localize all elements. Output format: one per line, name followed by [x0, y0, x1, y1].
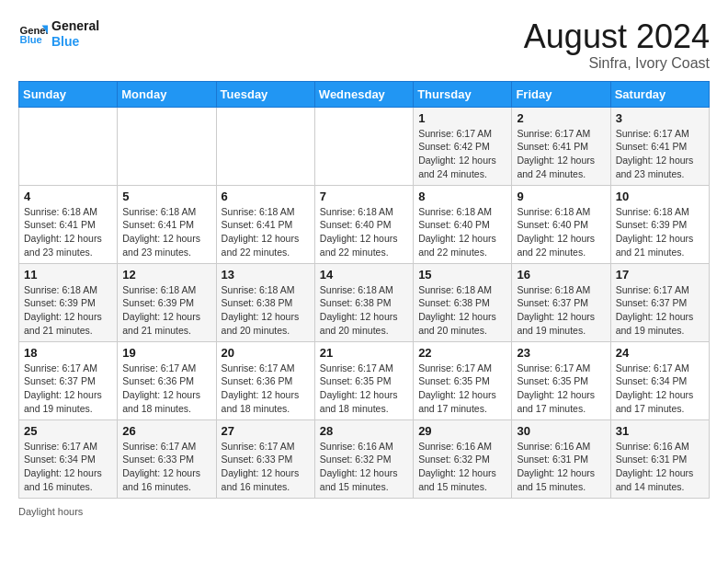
calendar-week-row: 25Sunrise: 6:17 AMSunset: 6:34 PMDayligh… — [19, 419, 710, 498]
day-number: 25 — [24, 424, 112, 438]
day-info: Sunrise: 6:17 AMSunset: 6:34 PMDaylight:… — [616, 362, 704, 416]
calendar-day-cell: 9Sunrise: 6:18 AMSunset: 6:40 PMDaylight… — [512, 185, 610, 263]
day-number: 21 — [320, 346, 408, 360]
day-number: 15 — [418, 268, 506, 282]
day-of-week-header: Saturday — [610, 81, 709, 107]
calendar-week-row: 18Sunrise: 6:17 AMSunset: 6:37 PMDayligh… — [19, 341, 710, 419]
calendar-header-row: SundayMondayTuesdayWednesdayThursdayFrid… — [19, 81, 710, 107]
calendar-day-cell: 26Sunrise: 6:17 AMSunset: 6:33 PMDayligh… — [118, 419, 216, 498]
day-number: 3 — [616, 111, 704, 125]
day-number: 19 — [122, 346, 210, 360]
day-of-week-header: Tuesday — [216, 81, 314, 107]
logo-general: General — [51, 18, 99, 34]
day-number: 31 — [616, 424, 704, 438]
day-info: Sunrise: 6:17 AMSunset: 6:35 PMDaylight:… — [517, 362, 605, 416]
day-number: 9 — [517, 190, 605, 203]
day-info: Sunrise: 6:16 AMSunset: 6:32 PMDaylight:… — [418, 440, 506, 494]
day-number: 24 — [616, 346, 704, 360]
day-of-week-header: Thursday — [414, 81, 512, 107]
calendar-week-row: 1Sunrise: 6:17 AMSunset: 6:42 PMDaylight… — [19, 107, 710, 185]
calendar-day-cell: 17Sunrise: 6:17 AMSunset: 6:37 PMDayligh… — [610, 263, 709, 341]
calendar-week-row: 4Sunrise: 6:18 AMSunset: 6:41 PMDaylight… — [19, 185, 710, 263]
day-number: 10 — [616, 190, 704, 203]
calendar-day-cell: 20Sunrise: 6:17 AMSunset: 6:36 PMDayligh… — [216, 341, 314, 419]
day-number: 20 — [222, 346, 310, 360]
page-header: General Blue General Blue August 2024 Si… — [18, 18, 710, 72]
calendar-week-row: 11Sunrise: 6:18 AMSunset: 6:39 PMDayligh… — [19, 263, 710, 341]
calendar-day-cell: 30Sunrise: 6:16 AMSunset: 6:31 PMDayligh… — [512, 419, 610, 498]
calendar-day-cell: 6Sunrise: 6:18 AMSunset: 6:41 PMDaylight… — [216, 185, 314, 263]
day-info: Sunrise: 6:17 AMSunset: 6:36 PMDaylight:… — [122, 362, 210, 416]
logo-blue: Blue — [51, 34, 99, 50]
day-number: 11 — [24, 268, 112, 282]
calendar-day-cell: 10Sunrise: 6:18 AMSunset: 6:39 PMDayligh… — [610, 185, 709, 263]
calendar-day-cell: 27Sunrise: 6:17 AMSunset: 6:33 PMDayligh… — [216, 419, 314, 498]
day-info: Sunrise: 6:18 AMSunset: 6:41 PMDaylight:… — [24, 205, 112, 259]
day-number: 4 — [24, 190, 112, 203]
calendar-day-cell: 11Sunrise: 6:18 AMSunset: 6:39 PMDayligh… — [19, 263, 118, 341]
day-info: Sunrise: 6:17 AMSunset: 6:33 PMDaylight:… — [122, 440, 210, 494]
day-number: 12 — [122, 268, 210, 282]
day-number: 18 — [24, 346, 112, 360]
day-of-week-header: Monday — [118, 81, 216, 107]
calendar-day-cell: 12Sunrise: 6:18 AMSunset: 6:39 PMDayligh… — [118, 263, 216, 341]
day-number: 29 — [418, 424, 506, 438]
calendar-day-cell — [216, 107, 314, 185]
calendar-day-cell: 23Sunrise: 6:17 AMSunset: 6:35 PMDayligh… — [512, 341, 610, 419]
calendar-day-cell: 28Sunrise: 6:16 AMSunset: 6:32 PMDayligh… — [314, 419, 413, 498]
day-number: 16 — [517, 268, 605, 282]
calendar-day-cell: 24Sunrise: 6:17 AMSunset: 6:34 PMDayligh… — [610, 341, 709, 419]
day-info: Sunrise: 6:18 AMSunset: 6:37 PMDaylight:… — [517, 283, 605, 338]
calendar-day-cell: 16Sunrise: 6:18 AMSunset: 6:37 PMDayligh… — [512, 263, 610, 341]
day-number: 22 — [418, 346, 506, 360]
day-number: 13 — [222, 268, 310, 282]
day-of-week-header: Sunday — [19, 81, 118, 107]
day-info: Sunrise: 6:17 AMSunset: 6:36 PMDaylight:… — [222, 362, 310, 416]
calendar-day-cell: 21Sunrise: 6:17 AMSunset: 6:35 PMDayligh… — [314, 341, 413, 419]
day-info: Sunrise: 6:17 AMSunset: 6:34 PMDaylight:… — [24, 440, 112, 494]
day-info: Sunrise: 6:16 AMSunset: 6:32 PMDaylight:… — [320, 440, 408, 494]
calendar-day-cell — [19, 107, 118, 185]
calendar-day-cell: 4Sunrise: 6:18 AMSunset: 6:41 PMDaylight… — [19, 185, 118, 263]
day-info: Sunrise: 6:17 AMSunset: 6:41 PMDaylight:… — [517, 127, 605, 181]
calendar-day-cell: 25Sunrise: 6:17 AMSunset: 6:34 PMDayligh… — [19, 419, 118, 498]
day-info: Sunrise: 6:18 AMSunset: 6:41 PMDaylight:… — [222, 205, 310, 259]
day-number: 14 — [320, 268, 408, 282]
calendar-day-cell: 3Sunrise: 6:17 AMSunset: 6:41 PMDaylight… — [610, 107, 709, 185]
calendar-day-cell: 19Sunrise: 6:17 AMSunset: 6:36 PMDayligh… — [118, 341, 216, 419]
day-info: Sunrise: 6:17 AMSunset: 6:37 PMDaylight:… — [616, 283, 704, 338]
day-number: 7 — [320, 190, 408, 203]
calendar-day-cell: 8Sunrise: 6:18 AMSunset: 6:40 PMDaylight… — [414, 185, 512, 263]
day-number: 8 — [418, 190, 506, 203]
calendar-day-cell: 18Sunrise: 6:17 AMSunset: 6:37 PMDayligh… — [19, 341, 118, 419]
day-number: 26 — [122, 424, 210, 438]
calendar-day-cell: 13Sunrise: 6:18 AMSunset: 6:38 PMDayligh… — [216, 263, 314, 341]
month-year-title: August 2024 — [524, 18, 710, 55]
day-info: Sunrise: 6:18 AMSunset: 6:41 PMDaylight:… — [122, 205, 210, 259]
day-info: Sunrise: 6:18 AMSunset: 6:39 PMDaylight:… — [616, 205, 704, 259]
day-of-week-header: Friday — [512, 81, 610, 107]
calendar-day-cell: 15Sunrise: 6:18 AMSunset: 6:38 PMDayligh… — [414, 263, 512, 341]
calendar-day-cell — [314, 107, 413, 185]
day-info: Sunrise: 6:18 AMSunset: 6:39 PMDaylight:… — [24, 283, 112, 338]
calendar-day-cell: 5Sunrise: 6:18 AMSunset: 6:41 PMDaylight… — [118, 185, 216, 263]
title-section: August 2024 Sinfra, Ivory Coast — [524, 18, 710, 72]
day-number: 27 — [222, 424, 310, 438]
day-info: Sunrise: 6:17 AMSunset: 6:35 PMDaylight:… — [418, 362, 506, 416]
location-subtitle: Sinfra, Ivory Coast — [524, 55, 710, 72]
calendar-day-cell: 31Sunrise: 6:16 AMSunset: 6:31 PMDayligh… — [610, 419, 709, 498]
day-number: 1 — [418, 111, 506, 125]
day-info: Sunrise: 6:16 AMSunset: 6:31 PMDaylight:… — [616, 440, 704, 494]
day-number: 28 — [320, 424, 408, 438]
day-number: 5 — [122, 190, 210, 203]
day-info: Sunrise: 6:17 AMSunset: 6:41 PMDaylight:… — [616, 127, 704, 181]
day-info: Sunrise: 6:17 AMSunset: 6:35 PMDaylight:… — [320, 362, 408, 416]
day-info: Sunrise: 6:17 AMSunset: 6:33 PMDaylight:… — [222, 440, 310, 494]
calendar-day-cell: 29Sunrise: 6:16 AMSunset: 6:32 PMDayligh… — [414, 419, 512, 498]
calendar-day-cell: 1Sunrise: 6:17 AMSunset: 6:42 PMDaylight… — [414, 107, 512, 185]
day-info: Sunrise: 6:18 AMSunset: 6:40 PMDaylight:… — [418, 205, 506, 259]
calendar-day-cell — [118, 107, 216, 185]
footer: Daylight hours — [18, 506, 710, 517]
day-info: Sunrise: 6:16 AMSunset: 6:31 PMDaylight:… — [517, 440, 605, 494]
day-number: 17 — [616, 268, 704, 282]
